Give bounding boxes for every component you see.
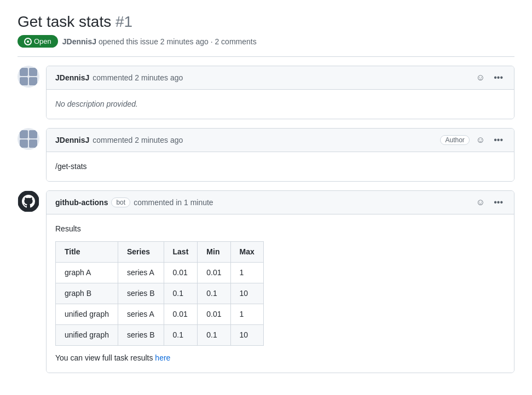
meta-author[interactable]: JDennisJ (62, 37, 96, 46)
comment-header-3: github-actions bot commented in 1 minute… (47, 191, 514, 214)
table-cell: unified graph (56, 325, 118, 346)
table-cell: graph A (56, 263, 118, 283)
table-head: Title Series Last Min Max (56, 242, 264, 263)
emoji-button-3[interactable]: ☺ (474, 195, 487, 210)
avatar-2 (18, 128, 39, 150)
table-cell: 10 (230, 325, 263, 346)
header-divider (18, 56, 514, 57)
comment-body-1: No description provided. (47, 90, 514, 119)
results-table: Title Series Last Min Max graph Aseries … (55, 241, 264, 346)
avatar-grid-2 (18, 128, 39, 150)
table-row: unified graphseries A0.010.011 (56, 304, 264, 325)
comment-author-2[interactable]: JDennisJ (55, 136, 89, 144)
table-row: graph Bseries B0.10.110 (56, 283, 264, 304)
avatar-grid-1 (18, 66, 39, 88)
comment-body-text-1: No description provided. (55, 100, 138, 108)
comment-box-1: JDennisJ commented 2 minutes ago ☺ ••• N… (46, 66, 514, 119)
comment-body-text-2: /get-stats (55, 162, 87, 171)
comment-box-2: JDennisJ commented 2 minutes ago Author … (46, 128, 514, 182)
col-max: Max (230, 242, 263, 263)
results-label: Results (55, 223, 505, 235)
avatar-1 (18, 66, 39, 88)
table-cell: series A (118, 304, 164, 325)
comment-header-2: JDennisJ commented 2 minutes ago Author … (47, 129, 514, 152)
comment-author-1[interactable]: JDennisJ (55, 73, 89, 82)
table-cell: 0.1 (198, 283, 230, 304)
table-cell: 0.1 (164, 325, 198, 346)
table-cell: 0.01 (198, 304, 230, 325)
issue-title-text: Get task stats (18, 13, 111, 30)
avatar-cell (20, 68, 28, 76)
comment-header-left-2: JDennisJ commented 2 minutes ago (55, 136, 183, 144)
comment-time-2: commented 2 minutes ago (92, 136, 183, 144)
avatar-cell (20, 77, 28, 85)
footer-text: You can view full task results here (55, 352, 505, 364)
table-cell: 1 (230, 263, 263, 283)
table-body: graph Aseries A0.010.011graph Bseries B0… (56, 263, 264, 346)
table-cell: 0.01 (164, 304, 198, 325)
col-series: Series (118, 242, 164, 263)
table-cell: unified graph (56, 304, 118, 325)
avatar-3 (18, 190, 39, 212)
avatar-cell (29, 140, 37, 148)
issue-meta: Open JDennisJ opened this issue 2 minute… (18, 35, 514, 48)
avatar-cell (20, 130, 28, 138)
issue-number: #1 (115, 13, 132, 30)
avatar-cell (29, 68, 37, 76)
table-cell: series B (118, 325, 164, 346)
comment-time-3: commented in 1 minute (134, 198, 213, 207)
table-cell: graph B (56, 283, 118, 304)
table-cell: 1 (230, 304, 263, 325)
table-cell: series A (118, 263, 164, 283)
more-button-2[interactable]: ••• (491, 133, 505, 147)
comment-header-left-1: JDennisJ commented 2 minutes ago (55, 73, 183, 82)
page-header: Get task stats #1 Open JDennisJ opened t… (18, 13, 514, 48)
github-logo-avatar (18, 191, 39, 212)
meta-time: 2 minutes ago (160, 37, 209, 46)
table-row: graph Aseries A0.010.011 (56, 263, 264, 283)
comment-header-1: JDennisJ commented 2 minutes ago ☺ ••• (47, 66, 514, 90)
table-cell: 0.1 (198, 325, 230, 346)
table-row: unified graphseries B0.10.110 (56, 325, 264, 346)
badge-label: Open (34, 37, 51, 45)
table-cell: series B (118, 283, 164, 304)
bot-badge: bot (111, 198, 130, 207)
comments-area: JDennisJ commented 2 minutes ago ☺ ••• N… (18, 66, 514, 373)
comment-box-3: github-actions bot commented in 1 minute… (46, 190, 514, 373)
meta-info: JDennisJ opened this issue 2 minutes ago… (62, 37, 257, 46)
meta-action: opened this issue (99, 37, 158, 46)
comment-wrapper-3: github-actions bot commented in 1 minute… (18, 190, 514, 373)
table-cell: 0.01 (164, 263, 198, 283)
comment-author-3[interactable]: github-actions (55, 198, 108, 207)
open-circle-icon (24, 38, 32, 45)
emoji-button-2[interactable]: ☺ (474, 133, 487, 147)
comment-body-2: /get-stats (47, 152, 514, 181)
comment-time-1: commented 2 minutes ago (92, 73, 183, 82)
more-button-3[interactable]: ••• (491, 195, 505, 210)
col-min: Min (198, 242, 230, 263)
author-badge: Author (440, 135, 469, 145)
emoji-button-1[interactable]: ☺ (474, 71, 487, 85)
col-last: Last (164, 242, 198, 263)
open-badge: Open (18, 35, 58, 48)
table-header-row: Title Series Last Min Max (56, 242, 264, 263)
issue-title: Get task stats #1 (18, 13, 514, 31)
avatar-cell (29, 130, 37, 138)
comment-wrapper-1: JDennisJ commented 2 minutes ago ☺ ••• N… (18, 66, 514, 119)
comment-header-right-2: Author ☺ ••• (440, 133, 505, 147)
avatar-cell (20, 140, 28, 148)
full-results-link[interactable]: here (155, 353, 170, 362)
meta-comments: 2 comments (215, 37, 256, 46)
table-cell: 10 (230, 283, 263, 304)
col-title: Title (56, 242, 118, 263)
comment-body-3: Results Title Series Last Min Max graph … (47, 214, 514, 373)
comment-wrapper-2: JDennisJ commented 2 minutes ago Author … (18, 128, 514, 182)
comment-header-left-3: github-actions bot commented in 1 minute (55, 198, 213, 207)
more-button-1[interactable]: ••• (491, 71, 505, 85)
table-cell: 0.1 (164, 283, 198, 304)
comment-header-right-1: ☺ ••• (474, 71, 505, 85)
avatar-cell (29, 77, 37, 85)
comment-header-right-3: ☺ ••• (474, 195, 505, 210)
table-cell: 0.01 (198, 263, 230, 283)
